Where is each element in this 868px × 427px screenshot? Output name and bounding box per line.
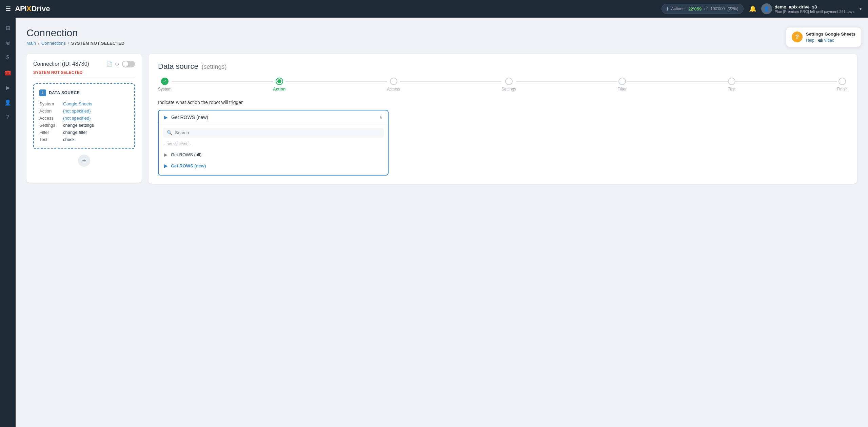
dropdown-chevron-icon: ∧ — [379, 115, 382, 120]
sidebar-item-account[interactable]: 👤 — [2, 96, 14, 108]
step-line-1 — [172, 81, 273, 82]
step-line-5 — [627, 81, 728, 82]
system-not-selected-label: SYSTEM NOT SELECTED — [33, 70, 135, 78]
play-icon: ▶ — [164, 115, 168, 120]
action-instruction: Indicate what action the robot will trig… — [158, 100, 848, 105]
user-info: demo_apix-drive_s3 Plan |Premium PRO| le… — [775, 4, 855, 14]
dropdown-body: 🔍 - not selected - ▶ Get ROWS (all) ▶ Ge… — [159, 124, 388, 175]
table-row: System Google Sheets — [39, 100, 129, 107]
step-system: ✓ System — [158, 78, 172, 92]
dropdown-option-all[interactable]: ▶ Get ROWS (all) — [159, 149, 388, 160]
actions-total: 100'000 — [710, 6, 725, 11]
step-label-filter: Filter — [617, 87, 627, 92]
breadcrumb-sep2: / — [68, 41, 69, 46]
actions-pct: (22%) — [727, 6, 738, 11]
option-label-new: Get ROWS (new) — [171, 163, 206, 168]
row-label: Access — [39, 115, 63, 122]
row-label: Test — [39, 136, 63, 143]
search-input[interactable] — [175, 130, 380, 135]
logo-x-text: X — [26, 4, 32, 13]
step-circle-access — [390, 78, 397, 85]
menu-icon[interactable]: ☰ — [5, 5, 11, 13]
step-test: Test — [728, 78, 735, 92]
action-link[interactable]: (not specified) — [63, 108, 91, 114]
row-label: System — [39, 100, 63, 107]
card-title-group: Connection (ID: 48730) — [33, 61, 89, 67]
user-plan: Plan |Premium PRO| left until payment 26… — [775, 9, 855, 14]
not-selected-label: - not selected - — [159, 140, 388, 149]
search-box[interactable]: 🔍 — [163, 128, 384, 138]
row-label: Action — [39, 107, 63, 115]
step-label-system: System — [158, 87, 172, 92]
table-row: Settings change settings — [39, 122, 129, 129]
sidebar-item-billing[interactable]: $ — [2, 52, 14, 64]
help-links: Help 📹 Video — [806, 38, 855, 43]
datasource-box: 1 DATA SOURCE System Google Sheets Actio… — [33, 83, 135, 149]
step-action: Action — [273, 78, 285, 92]
sidebar-item-tools[interactable]: 🧰 — [2, 66, 14, 79]
sidebar-item-connections[interactable]: ⛁ — [2, 37, 14, 49]
settings-value: change settings — [63, 122, 129, 129]
datasource-header: 1 DATA SOURCE — [39, 89, 129, 96]
breadcrumb-main[interactable]: Main — [26, 41, 36, 46]
help-content: Settings Google Sheets Help 📹 Video — [806, 32, 855, 43]
dropdown-selected-value: Get ROWS (new) — [171, 115, 208, 120]
dropdown-header-left: ▶ Get ROWS (new) — [164, 115, 208, 120]
step-line-3 — [400, 81, 501, 82]
help-link[interactable]: Help — [806, 38, 814, 43]
sidebar-item-help[interactable]: ? — [2, 111, 14, 123]
step-filter: Filter — [617, 78, 627, 92]
play-icon-all: ▶ — [164, 152, 167, 157]
step-circle-system: ✓ — [161, 78, 169, 85]
main-content: Connection Main / Connections / SYSTEM N… — [16, 18, 868, 427]
dropdown-header[interactable]: ▶ Get ROWS (new) ∧ — [159, 110, 388, 124]
datasource-num: 1 — [39, 89, 46, 96]
step-label-access: Access — [387, 87, 400, 92]
connection-toggle[interactable] — [122, 61, 135, 67]
step-access: Access — [387, 78, 400, 92]
logo-drive-text: Drive — [31, 4, 50, 13]
actions-badge: ℹ Actions: 22'059 of 100'000 (22%) — [662, 4, 743, 14]
logo-api-text: API — [15, 4, 26, 13]
system-link[interactable]: Google Sheets — [63, 101, 92, 106]
breadcrumb-current: SYSTEM NOT SELECTED — [71, 41, 124, 46]
filter-value: change filter — [63, 129, 129, 136]
settings-title: Data source (settings) — [158, 62, 848, 71]
play-icon-new: ▶ — [164, 163, 167, 168]
logo: API X Drive — [15, 4, 50, 13]
bell-icon[interactable]: 🔔 — [749, 5, 756, 13]
user-menu-chevron[interactable]: ▼ — [859, 6, 863, 11]
sidebar: ⊞ ⛁ $ 🧰 ▶ 👤 ? — [0, 18, 16, 427]
avatar: 👤 — [761, 3, 772, 14]
video-link[interactable]: 📹 Video — [818, 38, 834, 43]
sidebar-item-dashboard[interactable]: ⊞ — [2, 22, 14, 34]
dropdown-option-new[interactable]: ▶ Get ROWS (new) — [159, 160, 388, 171]
table-row: Action (not specified) — [39, 107, 129, 115]
actions-title: Actions: — [671, 6, 686, 11]
sidebar-item-media[interactable]: ▶ — [2, 81, 14, 94]
toggle-knob — [123, 61, 128, 67]
help-question-mark-icon: ? — [792, 32, 803, 42]
table-row: Access (not specified) — [39, 115, 129, 122]
help-tooltip: ? Settings Google Sheets Help 📹 Video — [786, 27, 861, 47]
step-circle-filter — [618, 78, 626, 85]
step-circle-finish — [839, 78, 846, 85]
step-label-action: Action — [273, 87, 285, 92]
step-label-settings: Settings — [501, 87, 516, 92]
table-row: Filter change filter — [39, 129, 129, 136]
card-id: (ID: 48730) — [62, 61, 89, 67]
access-link[interactable]: (not specified) — [63, 116, 91, 121]
add-datasource-button[interactable]: + — [78, 155, 90, 167]
action-dropdown[interactable]: ▶ Get ROWS (new) ∧ 🔍 - not selected - ▶ … — [158, 110, 389, 176]
datasource-title: DATA SOURCE — [49, 90, 80, 95]
settings-icon[interactable]: ⚙ — [115, 61, 119, 67]
step-line-2 — [285, 81, 387, 82]
breadcrumb-connections[interactable]: Connections — [41, 41, 66, 46]
actions-count: 22'059 — [688, 6, 702, 12]
user-name: demo_apix-drive_s3 — [775, 4, 855, 9]
datasource-table: System Google Sheets Action (not specifi… — [39, 100, 129, 143]
doc-icon[interactable]: 📄 — [106, 61, 112, 67]
step-settings: Settings — [501, 78, 516, 92]
steps-bar: ✓ System Action Access — [158, 78, 848, 92]
row-label: Settings — [39, 122, 63, 129]
